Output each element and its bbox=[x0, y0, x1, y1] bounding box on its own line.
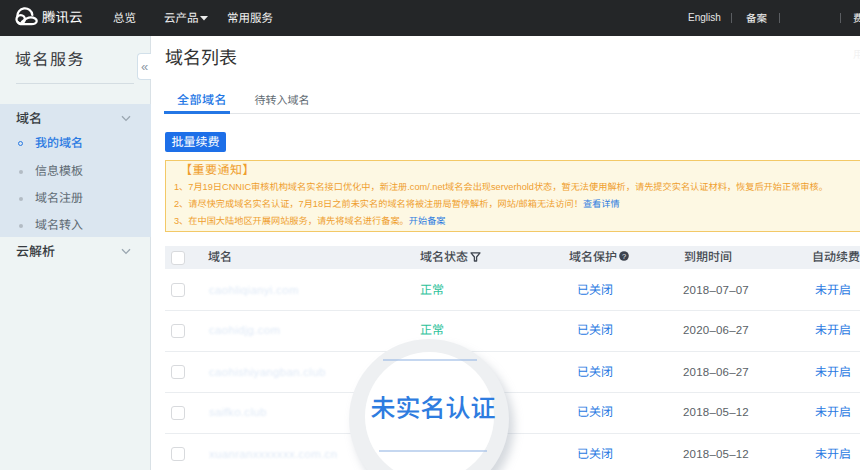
svg-text:?: ? bbox=[621, 251, 625, 260]
